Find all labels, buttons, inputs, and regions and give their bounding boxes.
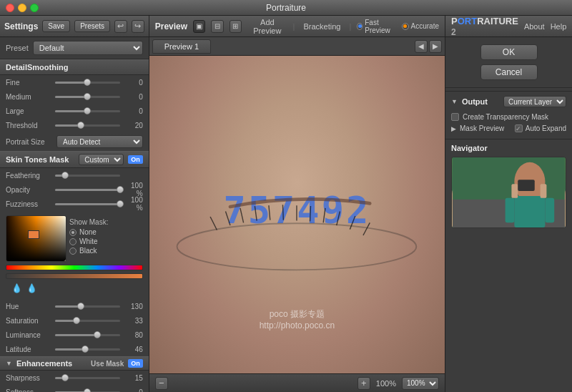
next-arrow[interactable]: ▶ — [429, 40, 442, 53]
accurate-label: Accurate — [411, 22, 439, 30]
color-gradient[interactable] — [6, 215, 66, 262]
eyedropper2-icon[interactable]: 💧 — [26, 283, 37, 293]
detail-smoothing-header: DetailSmoothing — [0, 59, 149, 75]
ok-cancel-area: OK Cancel — [445, 37, 572, 84]
svg-line-11 — [350, 216, 355, 230]
navigator-section: Navigator — [445, 139, 572, 232]
navigator-preview[interactable] — [451, 157, 566, 228]
hue-spectrum-bar[interactable] — [6, 265, 143, 270]
sharpness-track[interactable] — [55, 377, 120, 379]
preview-toolbar: Preview ▣ ⊟ ⊞ Add Preview | Bracketing |… — [149, 16, 445, 37]
saturation-track[interactable] — [55, 320, 120, 322]
watermark: poco 摄影专题 http://photo.poco.cn — [260, 308, 335, 330]
app-logo: PORTRAITURE 2 — [451, 16, 518, 37]
left-toolbar: Settings Save Presets ↩ ↪ — [0, 16, 149, 37]
none-radio[interactable]: None — [69, 228, 143, 236]
zoom-select[interactable]: 100% 50% 200% — [402, 377, 439, 390]
fast-preview-radio-circle[interactable] — [357, 23, 363, 30]
black-radio-btn[interactable] — [69, 248, 77, 255]
about-button[interactable]: About — [524, 22, 545, 31]
fuzziness-track[interactable] — [55, 203, 120, 205]
preset-row: Preset Default — [0, 37, 149, 59]
eyedropper-icon[interactable]: 💧 — [11, 283, 22, 293]
svg-line-1 — [210, 217, 217, 230]
left-scroll[interactable]: DetailSmoothing Fine 0 Medium 0 — [0, 59, 149, 392]
zoom-value: 100% — [376, 379, 396, 388]
latitude-track[interactable] — [55, 348, 120, 351]
saturation-label: Saturation — [6, 317, 52, 325]
white-radio[interactable]: White — [69, 237, 143, 245]
transparency-mask-checkbox[interactable] — [451, 113, 459, 121]
saturation-slider-row: Saturation 33 — [0, 313, 149, 328]
fast-preview-label: Fast Preview — [365, 19, 395, 34]
titlebar: Portraiture — [0, 0, 572, 16]
hue-track[interactable] — [55, 305, 120, 308]
undo-button[interactable]: ↩ — [114, 20, 127, 33]
fine-slider-row: Fine 0 — [0, 75, 149, 89]
bracketing-button[interactable]: Bracketing — [300, 22, 343, 31]
luminance-track[interactable] — [55, 334, 120, 336]
latitude-slider-row: Latitude 46 — [0, 342, 149, 356]
saturation-value: 33 — [123, 317, 143, 325]
accurate-radio-circle[interactable] — [402, 23, 409, 30]
mask-preview-triangle[interactable]: ▶ — [451, 125, 456, 132]
svg-rect-17 — [506, 198, 515, 222]
cancel-button[interactable]: Cancel — [480, 64, 538, 80]
alpha-bar[interactable] — [6, 273, 143, 279]
auto-expand-checkbox[interactable]: ✓ — [515, 124, 523, 132]
traffic-lights — [6, 4, 39, 12]
feathering-track[interactable] — [55, 175, 120, 177]
minimize-button[interactable] — [18, 4, 26, 12]
svg-line-6 — [283, 205, 284, 220]
svg-rect-19 — [511, 184, 518, 198]
navigator-label: Navigator — [451, 144, 566, 152]
right-panel: PORTRAITURE 2 About Help OK Cancel ▼ Out… — [445, 16, 572, 392]
separator2: | — [349, 22, 351, 31]
zoom-minus-button[interactable]: − — [155, 377, 168, 390]
prev-arrow[interactable]: ◀ — [415, 40, 428, 53]
large-track[interactable] — [55, 110, 120, 112]
medium-track[interactable] — [55, 96, 120, 98]
threshold-value: 20 — [123, 122, 143, 129]
redo-button[interactable]: ↪ — [132, 20, 144, 33]
fast-preview-radio[interactable]: Fast Preview — [357, 19, 395, 34]
preview-image-area[interactable]: 757492 poco 摄影专题 http://photo.poco.cn — [149, 56, 445, 373]
opacity-track[interactable] — [55, 189, 120, 191]
sharpness-value: 15 — [123, 374, 143, 382]
preview-tab-1[interactable]: Preview 1 — [152, 39, 211, 54]
portrait-size-label: Portrait Size — [6, 138, 52, 146]
zoom-plus-button[interactable]: + — [358, 377, 370, 390]
preview-image: 757492 poco 摄影专题 http://photo.poco.cn — [149, 56, 445, 373]
skin-tones-mode-select[interactable]: Custom — [79, 154, 124, 165]
preset-select[interactable]: Default — [33, 41, 143, 55]
white-radio-btn[interactable] — [69, 238, 77, 245]
sharpness-slider-row: Sharpness 15 — [0, 371, 149, 385]
save-button[interactable]: Save — [42, 20, 70, 32]
output-select[interactable]: Current Layer New Layer — [503, 96, 566, 107]
split-v-view-button[interactable]: ⊞ — [230, 20, 242, 33]
fuzziness-value: 100 % — [123, 196, 143, 212]
threshold-track[interactable] — [55, 124, 120, 127]
fine-value: 0 — [123, 79, 143, 87]
presets-button[interactable]: Presets — [74, 20, 110, 32]
accurate-radio[interactable]: Accurate — [402, 22, 439, 30]
none-radio-btn[interactable] — [69, 229, 77, 236]
close-button[interactable] — [6, 4, 14, 12]
white-label: White — [79, 237, 98, 245]
fine-track[interactable] — [55, 82, 120, 84]
latitude-value: 46 — [123, 346, 143, 353]
luminance-slider-row: Luminance 80 — [0, 328, 149, 342]
single-view-button[interactable]: ▣ — [193, 20, 205, 33]
portrait-size-select[interactable]: Auto Detect — [56, 135, 143, 148]
left-panel: Settings Save Presets ↩ ↪ Preset Default… — [0, 16, 149, 392]
split-h-view-button[interactable]: ⊟ — [211, 20, 223, 33]
black-radio[interactable]: Black — [69, 247, 143, 255]
opacity-value: 100 % — [123, 182, 143, 197]
right-menu: About Help — [524, 22, 566, 31]
help-button[interactable]: Help — [551, 22, 567, 31]
add-preview-button[interactable]: Add Preview — [247, 18, 287, 35]
ok-button[interactable]: OK — [480, 44, 538, 60]
color-selector[interactable] — [28, 230, 39, 239]
softness-slider-row: Softness 0 — [0, 385, 149, 392]
fullscreen-button[interactable] — [30, 4, 39, 12]
